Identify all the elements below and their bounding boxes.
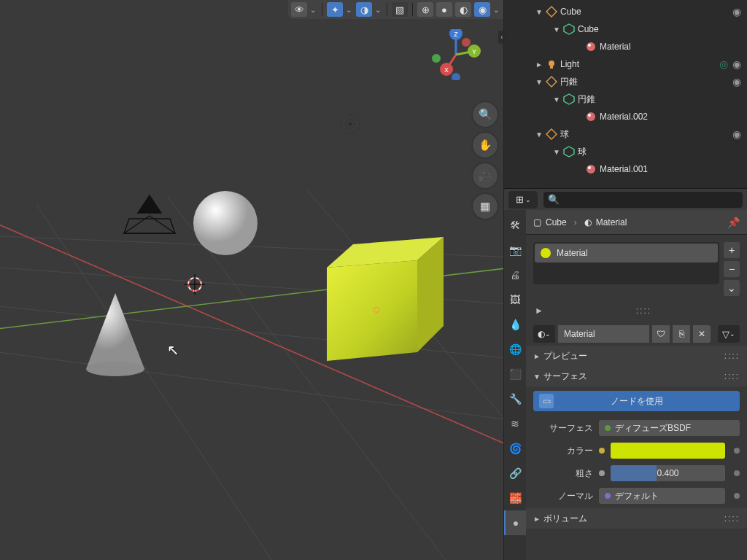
slot-menu-button[interactable]: ⌄ — [724, 280, 740, 296]
visibility-menu-icon[interactable]: 👁 — [291, 2, 307, 17]
chevron-down-icon[interactable]: ⌄ — [346, 6, 353, 14]
outliner-row-material[interactable]: Material.002 — [504, 108, 747, 125]
viewport[interactable]: 👁 ⌄ ✦ ⌄ ◑ ⌄ ▧ ⊕ ● ◐ ◉ ⌄ — [0, 0, 503, 560]
shading-preview-icon[interactable]: ◐ — [455, 2, 471, 17]
panel-header-preview[interactable]: ► プレビュー :::: — [526, 346, 747, 366]
outliner-row-data[interactable]: ▼ 球 — [504, 143, 747, 160]
visibility-icon[interactable]: ◉ — [732, 128, 741, 140]
prop-label: カラー — [533, 445, 593, 457]
outliner-row-material[interactable]: Material — [504, 38, 747, 55]
pan-icon[interactable]: ✋ — [473, 133, 498, 158]
tab-material-icon[interactable]: ● — [504, 510, 526, 535]
material-slots[interactable]: Material — [533, 242, 719, 284]
svg-marker-35 — [546, 7, 557, 17]
tab-data-icon[interactable]: 🧱 — [504, 486, 526, 510]
panel-title: サーフェス — [543, 370, 587, 383]
tab-output-icon[interactable]: 🖨 — [504, 262, 526, 287]
axis-x-label: X — [444, 66, 449, 74]
tab-world-icon[interactable]: 🌐 — [504, 337, 526, 362]
svg-point-32 — [432, 54, 441, 63]
link-dot-icon[interactable] — [734, 448, 740, 454]
perspective-grid-icon[interactable]: ▦ — [473, 194, 498, 219]
outliner-row-object[interactable]: ▼ Cube ◉ — [504, 3, 747, 20]
disclosure-open-icon[interactable]: ▼ — [533, 8, 545, 16]
gizmo-toggle-icon[interactable]: ✦ — [327, 2, 343, 17]
outliner-row-object[interactable]: ▼ 球 ◉ — [504, 125, 747, 143]
chevron-right-icon: › — [574, 217, 577, 228]
svg-point-16 — [193, 191, 258, 255]
visibility-icon[interactable]: ◉ — [732, 58, 741, 70]
outliner-row-light[interactable]: ► Light ◎ ◉ — [504, 55, 747, 73]
color-swatch[interactable] — [611, 443, 725, 459]
outliner-row-object[interactable]: ▼ 円錐 ◉ — [504, 73, 747, 90]
properties-editor-dropdown[interactable]: ⊞⌄ — [508, 191, 538, 209]
zoom-icon[interactable]: 🔍 — [473, 102, 498, 127]
link-dot-icon[interactable] — [734, 493, 740, 499]
outliner-row-data[interactable]: ▼ Cube — [504, 20, 747, 38]
material-name-input[interactable]: Material — [558, 325, 649, 343]
panel-header-surface[interactable]: ▼ サーフェス :::: — [526, 366, 747, 386]
disclosure-open-icon[interactable]: ▼ — [533, 78, 545, 86]
remove-slot-button[interactable]: − — [724, 261, 740, 277]
disclosure-open-icon[interactable]: ▼ — [551, 26, 562, 34]
tab-viewlayer-icon[interactable]: 🖼 — [504, 287, 526, 312]
outliner-row-material[interactable]: Material.001 — [504, 160, 747, 178]
chevron-down-icon[interactable]: ⌄ — [493, 6, 500, 14]
add-slot-button[interactable]: + — [724, 242, 740, 258]
tab-physics-icon[interactable]: 🌀 — [504, 436, 526, 461]
shading-solid-icon[interactable]: ● — [436, 2, 452, 17]
material-slot[interactable]: Material — [535, 244, 718, 262]
panel-collapse-icon[interactable]: ‹ — [498, 31, 506, 44]
disclosure-open-icon[interactable]: ▼ — [551, 148, 562, 156]
normal-dropdown[interactable]: デフォルト — [599, 488, 725, 504]
chevron-down-icon[interactable]: ⌄ — [375, 6, 382, 14]
svg-marker-41 — [546, 77, 557, 87]
camera-view-icon[interactable]: 🎥 — [473, 163, 498, 188]
outliner-panel[interactable]: ▼ Cube ◉ ▼ Cube Material ► Light ◎ ◉ — [504, 0, 747, 188]
light-indicator-icon[interactable]: ◎ — [719, 58, 728, 70]
tab-modifier-icon[interactable]: 🔧 — [504, 386, 526, 411]
pin-icon[interactable]: 📌 — [727, 217, 740, 228]
shading-wireframe-icon[interactable]: ⊕ — [417, 2, 433, 17]
tab-object-icon[interactable]: ⬛ — [504, 362, 526, 386]
link-dot-icon[interactable] — [734, 470, 740, 476]
overlay-toggle-icon[interactable]: ◑ — [356, 2, 372, 17]
outliner-label: 球 — [578, 146, 741, 158]
use-nodes-button[interactable]: ▭ ノードを使用 — [533, 391, 740, 411]
roughness-value: 0.400 — [657, 468, 678, 478]
svg-point-34 — [462, 38, 471, 47]
breadcrumb-material[interactable]: ◐ Material — [584, 217, 627, 228]
visibility-icon[interactable]: ◉ — [732, 6, 741, 18]
browse-material-button[interactable]: ◐⌄ — [533, 325, 555, 343]
tab-render-icon[interactable]: 📷 — [504, 238, 526, 262]
viewport-scene[interactable] — [0, 0, 503, 560]
surface-type-dropdown[interactable]: ディフューズBSDF — [599, 420, 740, 436]
disclosure-open-icon[interactable]: ▼ — [551, 96, 562, 104]
roughness-slider[interactable]: 0.400 — [611, 465, 725, 481]
svg-point-44 — [588, 114, 591, 117]
tab-particles-icon[interactable]: ≋ — [504, 411, 526, 436]
disclosure-closed-icon[interactable]: ► — [533, 61, 545, 69]
fake-user-icon[interactable]: 🛡 — [652, 325, 670, 343]
tab-constraint-icon[interactable]: 🔗 — [504, 461, 526, 486]
orientation-gizmo[interactable]: Z Y X — [430, 29, 481, 80]
xray-icon[interactable]: ▧ — [392, 2, 408, 17]
shading-rendered-icon[interactable]: ◉ — [474, 2, 490, 17]
disclosure-open-icon[interactable]: ▼ — [533, 131, 545, 139]
properties-search-input[interactable]: 🔍 — [543, 192, 743, 208]
node-link-menu[interactable]: ▽⌄ — [718, 325, 740, 343]
outliner-row-data[interactable]: ▼ 円錐 — [504, 90, 747, 108]
tab-tool-icon[interactable]: 🛠 — [504, 213, 526, 238]
breadcrumb-object[interactable]: ▢ Cube — [533, 217, 567, 228]
light-icon — [545, 58, 558, 71]
unlink-material-icon[interactable]: ✕ — [693, 325, 711, 343]
chevron-down-icon[interactable]: ⌄ — [310, 6, 317, 14]
svg-point-37 — [587, 42, 595, 51]
prev-slot-icon[interactable]: ► — [535, 306, 543, 316]
visibility-icon[interactable]: ◉ — [732, 76, 741, 88]
panel-header-volume[interactable]: ► ボリューム :::: — [526, 508, 747, 529]
new-material-icon[interactable]: ⎘ — [673, 325, 690, 343]
breadcrumb-material-label: Material — [596, 217, 627, 228]
tab-scene-icon[interactable]: 💧 — [504, 312, 526, 337]
outliner-label: Light — [560, 59, 715, 69]
